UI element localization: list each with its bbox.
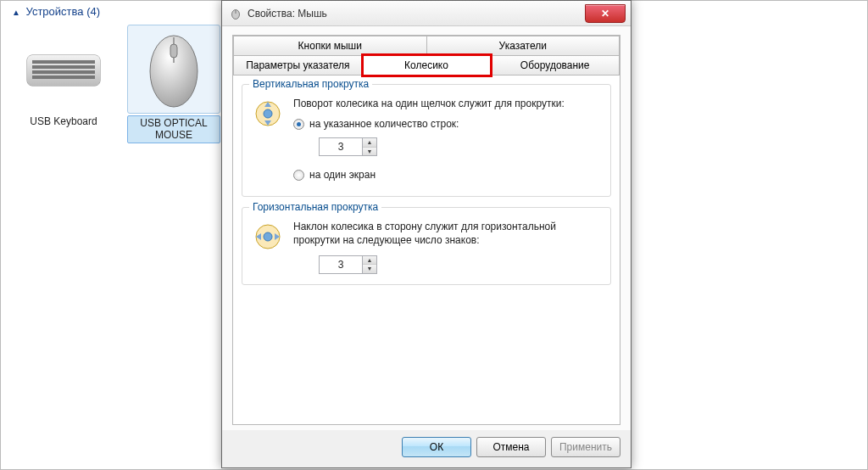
spinner-down[interactable]: ▼ xyxy=(363,265,376,273)
spinner-value[interactable]: 3 xyxy=(320,138,362,155)
keyboard-icon xyxy=(17,25,110,114)
device-label: USB Keyboard xyxy=(17,115,110,127)
mouse-small-icon xyxy=(229,7,242,20)
device-mouse[interactable]: USB OPTICAL MOUSE xyxy=(127,25,220,143)
wheel-horiz-icon xyxy=(251,220,285,274)
close-icon: ✕ xyxy=(601,8,609,20)
vertical-scroll-group: Вертикальная прокрутка Поворот колесик xyxy=(242,84,611,197)
ok-button[interactable]: ОК xyxy=(402,437,471,457)
cancel-button[interactable]: Отмена xyxy=(476,437,546,457)
vertical-desc: Поворот колесика на один щелчок служит д… xyxy=(293,97,602,110)
svg-point-12 xyxy=(264,109,272,118)
horizontal-scroll-group: Горизонтальная прокрутка Наклон колеси xyxy=(242,207,611,285)
svg-rect-2 xyxy=(32,60,95,64)
devices-header-label: Устройства (4) xyxy=(26,5,101,18)
radio-lines-label: на указанное количество строк: xyxy=(309,117,459,131)
close-button[interactable]: ✕ xyxy=(585,4,626,23)
horizontal-chars-spinner[interactable]: 3 ▲ ▼ xyxy=(319,255,377,274)
device-keyboard[interactable]: USB Keyboard xyxy=(17,25,110,143)
spinner-up[interactable]: ▲ xyxy=(363,138,376,148)
tab-row-1: Кнопки мыши Указатели xyxy=(233,36,620,55)
tab-content-wheel: Вертикальная прокрутка Поворот колесик xyxy=(233,75,620,424)
svg-rect-5 xyxy=(32,76,95,79)
radio-screen[interactable] xyxy=(293,170,304,181)
device-label: USB OPTICAL MOUSE xyxy=(127,115,220,143)
spinner-value[interactable]: 3 xyxy=(320,256,362,273)
collapse-arrow-icon: ▲ xyxy=(12,8,20,17)
svg-rect-4 xyxy=(32,70,95,74)
apply-button[interactable]: Применить xyxy=(551,437,620,457)
radio-screen-label: на один экран xyxy=(309,168,376,182)
titlebar[interactable]: Свойства: Мышь ✕ xyxy=(222,1,631,26)
mouse-properties-dialog: Свойства: Мышь ✕ Кнопки мыши Указатели П… xyxy=(221,0,632,468)
radio-lines[interactable] xyxy=(293,119,304,130)
svg-point-14 xyxy=(264,232,272,241)
tab-pointers[interactable]: Указатели xyxy=(427,36,620,55)
spinner-down[interactable]: ▼ xyxy=(363,148,376,156)
svg-rect-3 xyxy=(32,65,95,69)
wheel-vert-icon xyxy=(251,97,285,186)
mouse-icon xyxy=(127,25,220,114)
tab-hardware[interactable]: Оборудование xyxy=(491,55,620,76)
group-title: Вертикальная прокрутка xyxy=(249,78,372,90)
horizontal-desc: Наклон колесика в сторону служит для гор… xyxy=(293,220,602,247)
spinner-up[interactable]: ▲ xyxy=(363,256,376,266)
tab-row-2: Параметры указателя Колесико Оборудовани… xyxy=(233,55,620,76)
dialog-title: Свойства: Мышь xyxy=(248,8,327,20)
group-title: Горизонтальная прокрутка xyxy=(249,201,381,213)
tab-pointer-options[interactable]: Параметры указателя xyxy=(233,55,363,76)
tab-wheel[interactable]: Колесико xyxy=(363,55,492,76)
vertical-lines-spinner[interactable]: 3 ▲ ▼ xyxy=(319,137,377,156)
dialog-footer: ОК Отмена Применить xyxy=(222,430,631,467)
svg-rect-8 xyxy=(170,44,177,58)
tab-buttons[interactable]: Кнопки мыши xyxy=(233,36,427,55)
